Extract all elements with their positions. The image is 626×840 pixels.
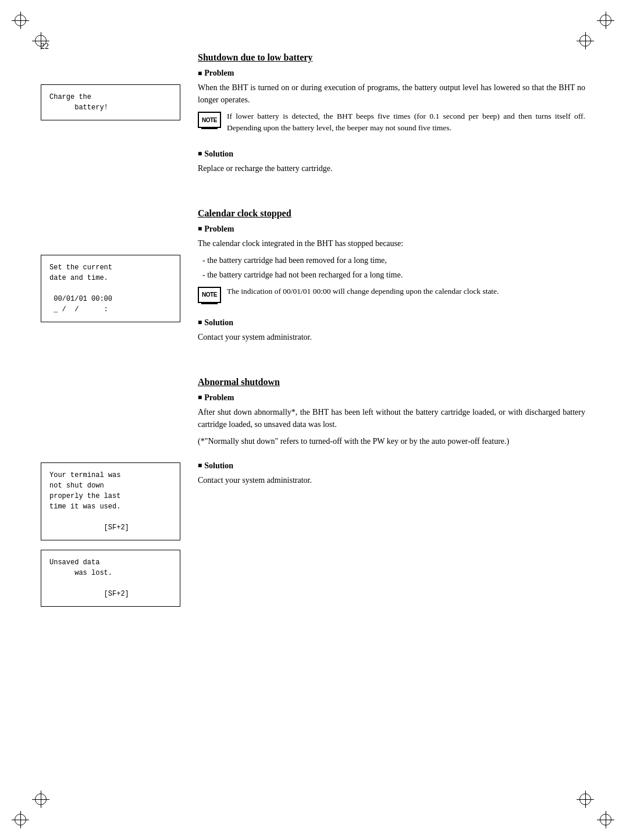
problem-label-battery: Problem — [198, 69, 585, 78]
solution-label-battery: Solution — [198, 150, 585, 159]
solution-text-battery: Replace or recharge the battery cartridg… — [198, 162, 585, 175]
problem-text-calendar: The calendar clock integrated in the BHT… — [198, 237, 585, 250]
note-icon-calendar: NOTE — [198, 287, 221, 303]
page-number: 22 — [41, 42, 49, 51]
content-area: Charge the battery! Set the current date… — [41, 52, 585, 616]
section-abnormal-shutdown: Abnormal shutdown Problem After shut dow… — [198, 377, 585, 486]
left-col-inner: Charge the battery! Set the current date… — [41, 52, 180, 616]
bullet-list-calendar: - the battery cartridge had been removed… — [202, 254, 585, 281]
spacer — [198, 452, 585, 461]
solution-label-calendar: Solution — [198, 318, 585, 328]
spacer-between-2-3 — [198, 360, 585, 377]
section-title-battery: Shutdown due to low battery — [198, 52, 585, 63]
note-text-battery: If lower battery is detected, the BHT be… — [227, 111, 585, 134]
note-block-battery: NOTE If lower battery is detected, the B… — [198, 111, 585, 134]
right-column: Shutdown due to low battery Problem When… — [192, 52, 585, 616]
problem-note-abnormal: (*"Normally shut down" refers to turned-… — [198, 435, 585, 447]
problem-text-abnormal: After shut down abnormally*, the BHT has… — [198, 406, 585, 430]
spacer — [198, 140, 585, 150]
note-text-calendar: The indication of 00/01/01 00:00 will ch… — [227, 286, 585, 303]
section-shutdown-battery: Shutdown due to low battery Problem When… — [198, 52, 585, 175]
page: 22 Charge the battery! Set the current d… — [0, 0, 626, 840]
problem-label-calendar: Problem — [198, 225, 585, 234]
section-title-calendar: Calendar clock stopped — [198, 208, 585, 219]
spacer — [198, 309, 585, 318]
note-block-calendar: NOTE The indication of 00/01/01 00:00 wi… — [198, 286, 585, 303]
section-title-abnormal: Abnormal shutdown — [198, 377, 585, 387]
bullet-item-1: - the battery cartridge had been removed… — [202, 254, 585, 266]
solution-text-calendar: Contact your system administrator. — [198, 331, 585, 343]
bullet-item-2: - the battery cartridge had not been rec… — [202, 269, 585, 281]
solution-label-abnormal: Solution — [198, 461, 585, 471]
screen-box-abnormal-2: Unsaved data was lost. [SF+2] — [41, 550, 180, 607]
screen-box-battery: Charge the battery! — [41, 84, 180, 120]
note-icon-battery: NOTE — [198, 112, 221, 128]
screen-box-abnormal-1: Your terminal was not shut down properly… — [41, 462, 180, 540]
spacer-between-1-2 — [198, 191, 585, 208]
left-column: Charge the battery! Set the current date… — [41, 52, 192, 616]
screen-box-calendar: Set the current date and time. 00/01/01 … — [41, 255, 180, 322]
problem-label-abnormal: Problem — [198, 393, 585, 403]
section-calendar-clock: Calendar clock stopped Problem The calen… — [198, 208, 585, 343]
problem-text-battery: When the BHT is turned on or during exec… — [198, 81, 585, 106]
solution-text-abnormal: Contact your system administrator. — [198, 474, 585, 486]
